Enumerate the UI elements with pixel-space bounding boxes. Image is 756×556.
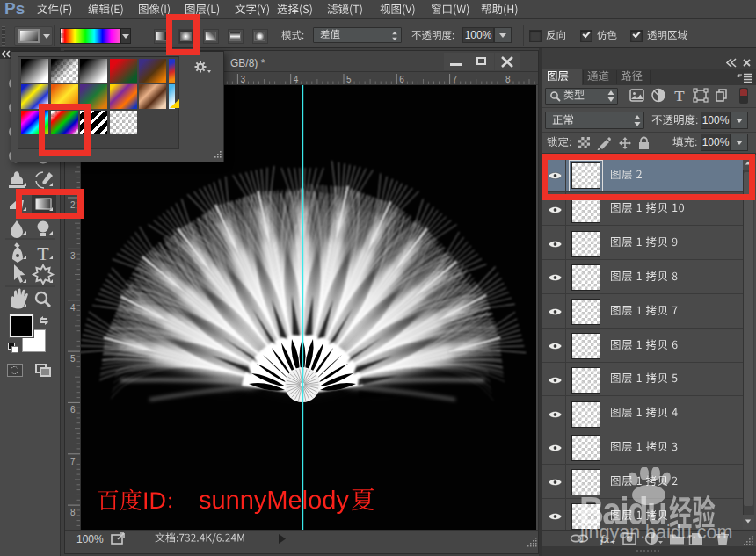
svg-text:3: 3 <box>240 75 245 84</box>
svg-text:T: T <box>37 242 49 264</box>
svg-text:4: 4 <box>70 303 76 313</box>
svg-text:4: 4 <box>294 75 299 84</box>
svg-text:6: 6 <box>399 75 404 84</box>
svg-text:T: T <box>674 88 685 105</box>
svg-text:7: 7 <box>70 457 76 466</box>
svg-text:8: 8 <box>505 75 511 84</box>
svg-text:6: 6 <box>70 405 76 415</box>
svg-text:5: 5 <box>346 75 352 84</box>
svg-text:7: 7 <box>453 75 458 84</box>
svg-text:3: 3 <box>70 251 76 261</box>
svg-text:5: 5 <box>70 354 76 364</box>
svg-text:8: 8 <box>70 508 76 517</box>
